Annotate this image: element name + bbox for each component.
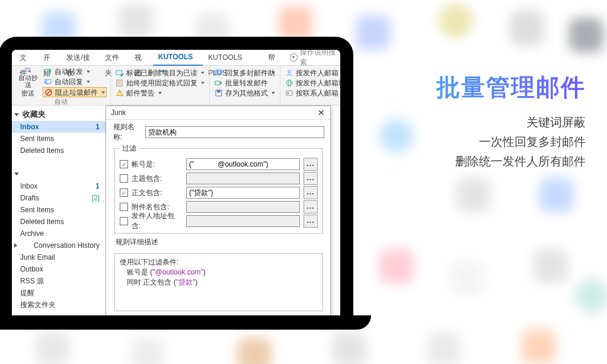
rule-name-label: 规则名称: [113,122,142,142]
domain-icon [285,79,293,87]
ribbon-body: 自动抄送 密送 自动转发 自动回复 阻止垃圾邮件 自动 标记已删除项目为已读 [12,66,340,106]
forward-multiple-button[interactable]: 批量转发邮件 [213,78,276,88]
format-icon [116,79,124,87]
filter-row-sender-address: 发件人地址包含: ... [120,214,318,228]
mark-deleted-read-button[interactable]: 标记已删除项目为已读 [114,68,206,78]
laptop-frame: 文件 开始 发送/接收 文件夹 视图 KUTOOLS ™ KUTOOLS PLU… [0,37,353,319]
laptop-base [0,315,371,330]
tab-kutools-plus[interactable]: KUTOOLS PLUS [203,50,263,65]
folder-outbox[interactable]: Outbox [12,263,106,275]
reply-multi-icon [215,69,223,77]
svg-rect-11 [215,71,221,75]
alert-icon [116,89,124,97]
by-sender-domain-button[interactable]: 按发件人邮箱域 [284,78,347,88]
rule-description-box: 使用以下过滤条件: 账号是 ("@outlook.com") 同时 正文包含 (… [114,253,323,311]
folder-inbox[interactable]: Inbox1 [12,180,106,192]
folder-reminders[interactable]: 提醒 [12,287,106,299]
tell-me-search[interactable]: 操作说明搜索 [290,47,338,68]
auto-cc-bcc-button[interactable]: 自动抄送 密送 [15,67,40,97]
folder-conversation-history[interactable]: Conversation History [12,240,106,251]
svg-rect-6 [116,71,122,75]
tab-view[interactable]: 视图 [129,50,153,65]
chevron-down-icon [201,82,205,84]
checkbox-attachment[interactable] [120,203,128,211]
svg-point-17 [286,80,292,86]
sender-address-input[interactable] [186,215,300,227]
attachment-input[interactable] [186,201,300,213]
folder-drafts[interactable]: Drafts[2] [12,192,106,204]
checkbox-account[interactable] [120,160,128,168]
block-junk-button[interactable]: 阻止垃圾邮件 [43,87,107,97]
tab-kutools[interactable]: KUTOOLS ™ [153,49,203,66]
tab-file[interactable]: 文件 [14,50,38,65]
folder-rss[interactable]: RSS 源 [12,275,106,287]
chevron-right-icon [14,243,17,248]
tab-folder[interactable]: 文件夹 [100,50,129,65]
fixed-format-reply-button[interactable]: 始终使用固定格式回复 [114,78,206,88]
block-icon [44,88,53,97]
checkbox-body[interactable] [120,189,128,197]
filter-row-subject: 主题包含: ... [120,171,318,186]
reply-multiple-button[interactable]: 回复多封邮件 [213,68,276,78]
svg-point-18 [288,80,290,86]
chevron-down-icon [101,91,105,94]
filter-fieldset: 过滤 帐号是: ... 主题包含: [114,143,323,234]
browse-button[interactable]: ... [304,200,318,213]
auto-forward-button[interactable]: 自动转发 [43,67,107,76]
by-sender-address-button[interactable]: 按发件人邮箱 [284,68,347,78]
save-icon [215,89,223,97]
promo-title: 批量管理邮件 [436,71,586,104]
contact-icon [285,89,293,97]
browse-button[interactable]: ... [304,186,318,199]
body-input[interactable] [186,187,300,199]
filter-legend: 过滤 [120,143,139,154]
save-as-other-button[interactable]: 存为其他格式 [213,88,276,98]
account-header[interactable] [12,165,106,180]
junk-rule-dialog: Junk ✕ 规则名称: 过滤 [106,106,331,319]
browse-button[interactable]: ... [304,215,318,228]
svg-line-5 [46,90,51,95]
person-icon [285,69,293,77]
browse-button[interactable]: ... [304,172,318,185]
folder-deleted-items[interactable]: Deleted Items [12,216,106,228]
folder-inbox[interactable]: Inbox1 [12,121,106,133]
folder-archive[interactable]: Archive [12,228,106,240]
svg-point-20 [287,92,289,94]
tell-me-label: 操作说明搜索 [300,47,338,68]
close-button[interactable]: ✕ [316,107,327,118]
auto-reply-button[interactable]: 自动回复 [43,77,107,87]
folder-pane: 收藏夹 Inbox1 Sent Items Deleted Items Inbo… [12,106,106,319]
promo-block: 批量管理邮件 关键词屏蔽 一次性回复多封邮件 删除统一发件人所有邮件 [436,71,586,173]
promo-line: 一次性回复多封邮件 [436,134,586,150]
folder-search-folders[interactable]: 搜索文件夹 [12,299,106,311]
account-input[interactable] [186,158,300,170]
favorites-header[interactable]: 收藏夹 [12,106,106,121]
outlook-window: 文件 开始 发送/接收 文件夹 视图 KUTOOLS ™ KUTOOLS PLU… [12,50,340,319]
checkbox-sender-address[interactable] [120,217,128,225]
folder-sent-items[interactable]: Sent Items [12,133,106,145]
dialog-titlebar[interactable]: Junk ✕ [106,106,330,120]
envelope-gear-icon [21,67,34,73]
tab-send-receive[interactable]: 发送/接收 [61,50,99,65]
folder-junk-email[interactable]: Junk Email [12,251,106,263]
svg-point-16 [288,71,290,73]
tab-home[interactable]: 开始 [38,50,62,65]
chevron-down-icon [271,92,275,94]
ribbon-group-label: 自动 [15,97,107,106]
by-contact-button[interactable]: 按联系人邮箱 [284,88,347,98]
mail-alert-button[interactable]: 邮件警告 [114,88,206,98]
checkbox-subject[interactable] [120,174,128,183]
chevron-down-icon [87,71,90,73]
tab-help[interactable]: 帮助 [263,50,286,65]
browse-button[interactable]: ... [304,158,318,171]
chevron-down-icon [14,113,19,116]
rule-name-input[interactable] [145,126,324,138]
promo-line: 删除统一发件人所有邮件 [436,154,586,170]
promo-line: 关键词屏蔽 [436,114,586,130]
chevron-down-icon [158,92,162,94]
folder-deleted-items[interactable]: Deleted Items [12,145,106,157]
subject-input[interactable] [186,173,300,184]
chevron-down-icon [271,72,275,74]
folder-sent-items[interactable]: Sent Items [12,204,106,216]
filter-row-account: 帐号是: ... [120,157,318,171]
